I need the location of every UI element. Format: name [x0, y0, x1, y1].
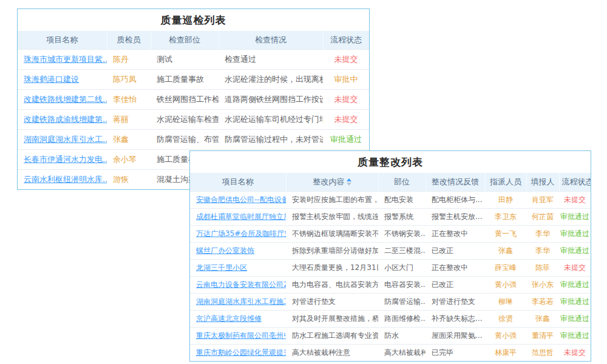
- project-link[interactable]: 重庆太极制药有限公司亳州中...: [196, 331, 286, 340]
- link-cell: 成都杜甫草堂临时展厅独立展...: [190, 208, 286, 225]
- text-cell: 测试: [151, 49, 219, 69]
- person-name: 田静: [498, 195, 513, 204]
- text-cell: 报警主机安放...: [426, 208, 485, 225]
- table-row: 重庆市鹅岭公园绿化景观提升...高大桔被栽种注意高大桔被栽种已完毕林康平范思哲未…: [190, 344, 591, 361]
- text-cell: 防腐管运输、布管: [151, 129, 219, 149]
- project-link[interactable]: 云南水利枢纽潜明水库...: [24, 175, 107, 184]
- column-header-content[interactable]: 整改内容: [286, 173, 378, 191]
- project-link[interactable]: 重庆市鹅岭公园绿化景观提升...: [196, 348, 286, 357]
- text-cell: 正在整改中: [426, 259, 485, 276]
- link-cell: 云南水利枢纽潜明水库...: [18, 169, 107, 189]
- column-header-label: 流程状态: [330, 35, 362, 44]
- status-badge: 审批通过: [560, 314, 589, 323]
- person-cell: 张鑫: [107, 129, 151, 149]
- cell-text: 对管进行垫支: [432, 297, 475, 306]
- project-link[interactable]: 改建铁路线增建第二线...: [24, 95, 107, 104]
- text-cell: 水泥砼运输车检查: [151, 109, 219, 129]
- table-row: 湖南洞庭湖水库引水工程施工1...对管进行垫支防腐管运输...对管进行垫支柳琳李…: [190, 293, 591, 310]
- person-cell: 蒋丽: [107, 109, 151, 129]
- text-cell: 拆除到承重墙部分请做好加固...: [286, 242, 378, 259]
- column-header-label: 项目名称: [46, 35, 78, 44]
- cell-text: 配电柜柜体与...: [432, 195, 482, 204]
- link-cell: 重庆太极制药有限公司亳州中...: [190, 327, 286, 344]
- cell-text: 拆除到承重墙部分请做好加固...: [292, 246, 378, 255]
- column-header-label: 检查情况: [255, 35, 287, 44]
- project-link[interactable]: 京沪高速北京段维修: [196, 314, 262, 323]
- cell-text: 电容器安装...: [384, 280, 426, 289]
- project-link[interactable]: 湖南洞庭湖水库引水工...: [24, 135, 107, 144]
- project-link[interactable]: 湖南洞庭湖水库引水工程施工1...: [196, 297, 286, 306]
- table-row: 龙湖三千里小区大理石质量更换，12月31日之...小区大门正在整改中薛宝峰陈菲未…: [190, 259, 591, 276]
- text-cell: 二至三楼混...: [378, 242, 426, 259]
- link-cell: 安徽合肥供电公司--配电设备...: [190, 191, 286, 208]
- text-cell: 铁丝网围挡工作检查: [151, 89, 219, 109]
- table-row: 云南电力设备安装有限公司20...电力电容器、电抗器安装方案...电容器安装..…: [190, 276, 591, 293]
- column-header-label: 填报人: [531, 177, 555, 186]
- person-name: 徐贤: [498, 314, 513, 323]
- column-header-label: 质检员: [117, 35, 141, 44]
- column-header-label: 整改内容: [313, 177, 345, 186]
- person-cell: 田静: [485, 191, 526, 208]
- column-header-label: 项目名称: [222, 177, 254, 186]
- link-cell: 珠海市城市更新项目紫...: [18, 49, 107, 69]
- sort-caret-icon[interactable]: [347, 178, 351, 186]
- cell-text: 大理石质量更换，12月31日之...: [292, 263, 378, 272]
- link-cell: 龙湖三千里小区: [190, 259, 286, 276]
- cell-text: 对管进行垫支: [292, 297, 336, 306]
- text-cell: 已完毕: [426, 344, 485, 361]
- status-cell: 审批通过: [559, 242, 591, 259]
- person-cell: 余小琴: [107, 149, 151, 169]
- text-cell: 高大桔被栽种: [378, 344, 426, 361]
- cell-text: 已改正: [432, 280, 453, 289]
- cell-text: 已改正: [432, 246, 453, 255]
- person-cell: 肖亚军: [526, 191, 559, 208]
- cell-text: 小区大门: [384, 263, 413, 272]
- person-cell: 柳琳: [485, 293, 526, 310]
- project-link[interactable]: 珠海鹤港口建设: [24, 75, 79, 84]
- status-cell: 审批通过: [559, 327, 591, 344]
- project-link[interactable]: 改建铁路成渝线增建第...: [24, 115, 107, 124]
- cell-text: 补齐缺失标志...: [432, 314, 482, 323]
- project-link[interactable]: 长春市伊通河水力发电...: [24, 155, 107, 164]
- cell-text: 铁丝网围挡工作检查: [157, 95, 219, 104]
- header-row: 项目名称质检员检查部位检查情况流程状态: [18, 31, 369, 49]
- project-link[interactable]: 龙湖三千里小区: [196, 263, 247, 272]
- text-cell: 已改正: [426, 276, 485, 293]
- person-cell: 陈巧凤: [107, 69, 151, 89]
- text-cell: 防腐管运输...: [378, 293, 426, 310]
- cell-text: 不锈钢边框玻璃隔断安装不牢...: [292, 229, 378, 238]
- person-name: 张鑫: [535, 314, 550, 323]
- person-name: 范思哲: [532, 348, 554, 357]
- status-badge: 审批通过: [560, 280, 589, 289]
- text-cell: 防水工程施工选调有专业资质...: [286, 327, 378, 344]
- person-cell: 范思哲: [526, 344, 559, 361]
- project-link[interactable]: 万达广场35#会所及咖啡厅空...: [196, 229, 286, 238]
- text-cell: 配电柜柜体与...: [426, 191, 485, 208]
- person-cell: 张鑫: [485, 242, 526, 259]
- status-badge: 未提交: [564, 195, 586, 204]
- text-cell: 对其及时开展整改措施，桥头...: [286, 310, 378, 327]
- column-header-feedback: 整改情况反馈: [426, 173, 485, 191]
- text-cell: 安装时应按施工图的布置，将...: [286, 191, 378, 208]
- cell-text: 高大桔被栽种: [384, 348, 426, 357]
- column-header-part: 部位: [378, 173, 426, 191]
- project-link[interactable]: 云南电力设备安装有限公司20...: [196, 280, 286, 289]
- person-name: 董清平: [532, 331, 554, 340]
- status-cell: 未提交: [559, 191, 591, 208]
- project-link[interactable]: 珠海市城市更新项目紫...: [24, 55, 107, 64]
- text-cell: 电力电容器、电抗器安装方案...: [286, 276, 378, 293]
- text-cell: 报警系统: [378, 208, 426, 225]
- person-name: 林康平: [495, 348, 517, 357]
- text-cell: 不锈钢边框玻璃隔断安装不牢...: [286, 225, 378, 242]
- project-link[interactable]: 成都杜甫草堂临时展厅独立展...: [196, 212, 286, 221]
- project-link[interactable]: 螺丝厂办公室装饰: [196, 246, 254, 255]
- link-cell: 重庆市鹅岭公园绿化景观提升...: [190, 344, 286, 361]
- person-name: 黄小强: [495, 280, 517, 289]
- project-link[interactable]: 安徽合肥供电公司--配电设备...: [196, 195, 286, 204]
- column-header-label: 流程状态: [562, 177, 591, 186]
- person-name: 张鑫: [113, 135, 129, 144]
- status-cell: 未提交: [323, 109, 369, 129]
- person-cell: 陈丹: [107, 49, 151, 69]
- status-cell: 未提交: [559, 344, 591, 361]
- cell-text: 防腐管运输...: [384, 297, 426, 306]
